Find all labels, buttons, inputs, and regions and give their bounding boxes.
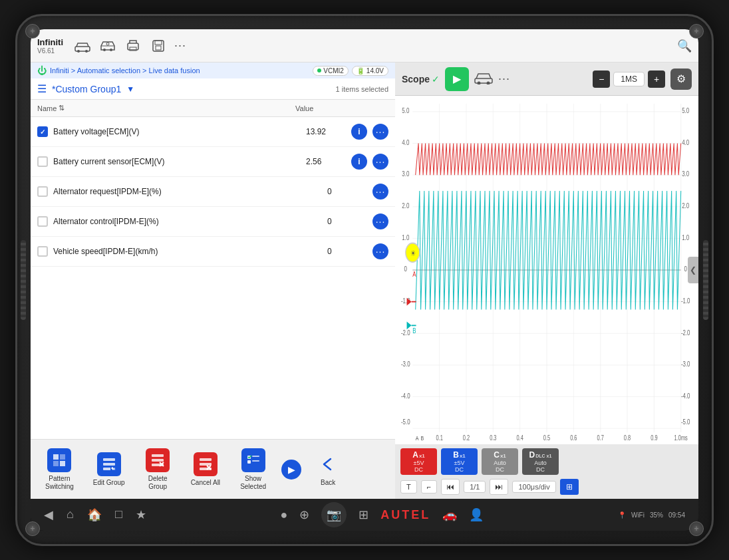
edit-group-button[interactable]: Edit Group — [85, 447, 133, 492]
svg-rect-9 — [155, 41, 162, 45]
channel-c-button[interactable]: Cx1 Auto DC — [482, 448, 518, 475]
forward-button[interactable]: ⏭ — [490, 479, 508, 495]
info-btn-row1[interactable]: i — [351, 124, 367, 140]
svg-text:☀: ☀ — [410, 249, 416, 257]
svg-text:-3.0: -3.0 — [401, 360, 410, 368]
row1-name: Battery voltage[ECM](V) — [53, 127, 301, 136]
nav-camera-icon[interactable]: 📷 — [321, 502, 347, 527]
car2-icon[interactable] — [98, 37, 117, 55]
nav-home-icon[interactable]: ⌂ — [67, 507, 74, 522]
back-button[interactable]: Back — [308, 447, 348, 492]
save-icon[interactable] — [149, 37, 168, 55]
more-options-icon[interactable]: ··· — [174, 39, 186, 53]
back-label: Back — [321, 479, 335, 487]
time-decrease-button[interactable]: − — [593, 70, 610, 88]
svg-text:2.0: 2.0 — [402, 202, 409, 210]
nav-left: ◀ ⌂ 🏠 □ ★ — [44, 507, 146, 522]
transport-page: 1/1 — [464, 481, 486, 493]
svg-text:5.0: 5.0 — [682, 106, 689, 115]
nav-shield-icon[interactable]: ⊕ — [299, 507, 309, 522]
more-btn-row2[interactable]: ··· — [372, 154, 388, 170]
svg-text:1.0ms: 1.0ms — [674, 434, 688, 442]
scope-more-icon[interactable]: ··· — [498, 72, 510, 86]
svg-rect-24 — [200, 458, 212, 461]
group-dropdown-icon[interactable]: ▼ — [126, 84, 134, 94]
nav-battery-status: 35% — [650, 511, 663, 519]
more-btn-row5[interactable]: ··· — [372, 243, 388, 259]
more-btn-row3[interactable]: ··· — [372, 184, 388, 200]
channel-b-button[interactable]: Bx1 ±5V DC — [441, 448, 478, 475]
svg-rect-31 — [247, 460, 251, 464]
scope-settings-button[interactable]: ⚙ — [670, 69, 692, 90]
cancel-all-button[interactable]: Cancel All — [183, 447, 228, 492]
brand-info: Infiniti V6.61 — [37, 37, 63, 55]
row3-name: Alternator request[IPDM-E](%) — [53, 187, 322, 196]
checkbox-row1[interactable] — [37, 126, 48, 137]
checkbox-row2[interactable] — [37, 156, 48, 167]
screw-br — [689, 521, 704, 536]
nav-star-icon[interactable]: ★ — [136, 507, 146, 522]
print-icon[interactable] — [124, 37, 142, 55]
show-selected-button[interactable]: ShowSelected — [231, 443, 275, 496]
nav-square-icon[interactable]: □ — [115, 507, 122, 522]
scope-logo: Scope ✓ — [402, 74, 440, 84]
rewind-button[interactable]: ⏮ — [441, 479, 460, 495]
scope-logo-text: Scope — [402, 74, 430, 84]
channel-d-button[interactable]: DDLC x1 Auto DC — [522, 448, 559, 475]
nav-circle-icon[interactable]: ● — [280, 508, 287, 522]
cancel-all-label: Cancel All — [191, 479, 220, 487]
car-icon[interactable] — [73, 37, 92, 55]
ch-c-mode: DC — [496, 466, 504, 473]
nav-time: 09:54 — [668, 511, 685, 519]
checkbox-row3[interactable] — [37, 186, 48, 197]
svg-text:4.0: 4.0 — [402, 138, 409, 147]
scope-car-icon[interactable] — [474, 70, 493, 88]
table-row: Battery current sensor[ECM](V) 2.56 i ··… — [31, 147, 395, 177]
channel-a-button[interactable]: Ax1 ±5V DC — [400, 448, 437, 475]
next-arrow-button[interactable]: ▶ — [281, 460, 301, 480]
search-icon[interactable]: 🔍 — [677, 39, 692, 53]
trigger-edge-button[interactable]: ⌐ — [421, 480, 437, 493]
svg-text:-2.0: -2.0 — [681, 328, 690, 337]
hamburger-icon[interactable]: ☰ — [37, 82, 47, 95]
svg-rect-6 — [128, 43, 138, 50]
delete-group-label: DeleteGroup — [148, 475, 168, 491]
nav-back-icon[interactable]: ◀ — [44, 507, 53, 522]
more-btn-row1[interactable]: ··· — [372, 124, 388, 140]
col-name-label: Name — [37, 104, 57, 112]
trigger-t-button[interactable]: T — [400, 480, 417, 493]
row2-name: Battery current sensor[ECM](V) — [53, 157, 301, 166]
time-increase-button[interactable]: + — [648, 70, 665, 88]
scope-bottom-controls: Ax1 ±5V DC Bx1 ±5V DC — [395, 444, 698, 499]
svg-text:3.0: 3.0 — [682, 170, 689, 178]
svg-rect-11 — [53, 454, 59, 460]
scope-play-button[interactable]: ▶ — [445, 67, 469, 91]
scope-collapse-button[interactable]: ❮ — [688, 257, 698, 283]
row5-value: 0 — [327, 247, 367, 256]
scope-time-control: − 1MS + — [593, 70, 665, 88]
selected-count: 1 items selected — [336, 85, 388, 93]
cancel-all-icon — [194, 452, 218, 476]
more-btn-row4[interactable]: ··· — [372, 213, 388, 229]
pattern-switching-button[interactable]: PatternSwitching — [37, 443, 82, 496]
checkbox-row4[interactable] — [37, 216, 48, 227]
nav-settings-icon[interactable]: ⊞ — [359, 507, 368, 522]
svg-rect-12 — [60, 454, 65, 460]
nav-house2-icon[interactable]: 🏠 — [87, 507, 102, 522]
main-content: ⏻ Infiniti > Automatic selection > Live … — [31, 63, 698, 499]
back-icon — [316, 452, 340, 476]
checkbox-row5[interactable] — [37, 246, 48, 257]
info-btn-row2[interactable]: i — [351, 154, 367, 170]
svg-text:-5.0: -5.0 — [401, 418, 410, 426]
sort-icon[interactable]: ⇅ — [59, 104, 65, 112]
svg-text:2.0: 2.0 — [682, 202, 689, 210]
svg-point-35 — [487, 82, 490, 85]
svg-rect-19 — [152, 454, 164, 457]
nav-user-icon[interactable]: 👤 — [469, 507, 484, 522]
scope-channels: Ax1 ±5V DC Bx1 ±5V DC — [400, 448, 693, 475]
svg-text:B: B — [412, 327, 416, 335]
time-value: 1MS — [613, 72, 645, 86]
ruler-button[interactable]: ⊞ — [560, 479, 579, 495]
nav-car-icon[interactable]: 🚗 — [442, 507, 457, 522]
delete-group-button[interactable]: DeleteGroup — [136, 443, 180, 496]
